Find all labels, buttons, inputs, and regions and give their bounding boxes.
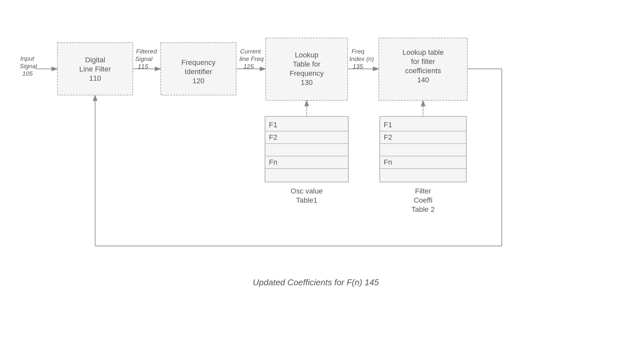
osc-table-label2: Table1	[296, 196, 317, 204]
ltfc-label3: coefficients	[405, 67, 441, 75]
osc-row2-label: F2	[269, 133, 277, 141]
ltf-label3: Frequency	[290, 69, 324, 77]
dlf-label1: Digital	[85, 56, 105, 64]
input-signal-label: Input	[20, 55, 34, 62]
filter-coeffi-table-box	[380, 116, 466, 182]
fc-table-label3: Table 2	[412, 205, 435, 213]
ltf-label2: Table for	[293, 60, 320, 68]
fc-row2-label: F2	[384, 133, 392, 141]
freq-index-label1: Freq	[352, 48, 365, 55]
fc-table-label1: Filter	[415, 187, 431, 195]
input-signal-label2: Signal	[20, 63, 37, 70]
freq-index-label2: Index (n)	[349, 55, 374, 62]
filtered-signal-label2: Signal	[135, 55, 153, 62]
fc-row3-label: Fn	[384, 158, 392, 166]
ltfc-label4: 140	[417, 76, 429, 84]
input-signal-num: 105	[22, 70, 33, 77]
ltf-label1: Lookup	[295, 51, 318, 59]
diagram-container: Input Signal 105 Digital Line Filter 110…	[0, 0, 632, 364]
osc-table-box	[265, 116, 348, 182]
fc-row1-label: F1	[384, 121, 392, 129]
current-freq-label2: line Freq	[239, 55, 264, 62]
fi-label1: Frequency	[181, 58, 215, 67]
dlf-label2: Line Filter	[79, 65, 111, 73]
ltfc-label1: Lookup table	[402, 48, 444, 56]
osc-table-label1: Osc value	[291, 187, 323, 195]
ltfc-label2: for filter	[411, 57, 435, 66]
fc-table-label2: Coeffi	[414, 196, 432, 204]
dlf-label3: 110	[89, 74, 101, 82]
footer-label: Updated Coefficients for F(n) 145	[253, 277, 379, 287]
current-freq-label1: Current	[240, 48, 261, 55]
osc-row1-label: F1	[269, 121, 277, 129]
fi-label3: 120	[193, 77, 205, 85]
osc-row3-label: Fn	[269, 158, 277, 166]
ltf-label4: 130	[301, 78, 313, 87]
fi-label2: Identifier	[185, 68, 212, 76]
filtered-signal-label1: Filtered	[136, 48, 157, 55]
